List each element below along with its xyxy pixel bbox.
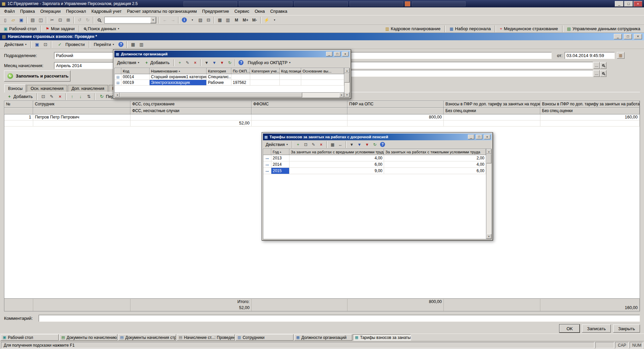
lookup-button[interactable] bbox=[600, 70, 606, 77]
background-window-button[interactable] bbox=[350, 1, 403, 6]
table-row-line2[interactable]: 52,00 bbox=[4, 120, 640, 127]
cell-category[interactable]: Рабочие bbox=[207, 80, 231, 86]
background-window-button[interactable] bbox=[412, 1, 466, 6]
menu-service[interactable]: Сервис bbox=[232, 7, 252, 15]
chevron-down-icon[interactable]: ▾ bbox=[150, 17, 156, 23]
cell-empty[interactable] bbox=[347, 120, 444, 127]
cell-employee[interactable]: Петров Петр Петрович bbox=[33, 114, 130, 120]
cell-fss[interactable] bbox=[130, 114, 252, 120]
list-item-selected[interactable]: ⊶ 2015 9,00 6,00 bbox=[263, 168, 486, 174]
column-header-employee[interactable]: Сотрудник bbox=[33, 101, 130, 108]
column-header-dop1[interactable]: Взносы в ПФР по доп. тарифу за занятых н… bbox=[444, 101, 540, 108]
taskbar-tariffs[interactable]: ▦ Тарифы взносов за занаты... bbox=[353, 334, 411, 341]
close-button[interactable]: × bbox=[342, 52, 348, 56]
scrollbar-thumb[interactable] bbox=[344, 73, 350, 83]
delete-row-icon[interactable]: × bbox=[56, 93, 64, 100]
hr-planning-button[interactable]: ▥ Кадровое планирование bbox=[383, 26, 443, 32]
memory-plus-button[interactable]: M+ bbox=[241, 16, 250, 24]
taskbar-accrual-documents[interactable]: ▤ Документы по начислению ... bbox=[59, 334, 117, 341]
actions-button[interactable]: Действия ▾ bbox=[263, 141, 290, 148]
tip-dropdown-icon[interactable]: ▾ bbox=[271, 16, 278, 24]
taskbar-employees[interactable]: ▥ Сотрудники bbox=[235, 334, 293, 341]
forward-icon[interactable]: → bbox=[169, 16, 177, 24]
menu-personnel[interactable]: Персонал bbox=[63, 7, 89, 15]
column-header-number[interactable]: № bbox=[4, 101, 33, 108]
add-row-button[interactable]: + Добавить bbox=[5, 92, 35, 101]
column-header-accounting-category[interactable]: Категория уче... bbox=[250, 68, 280, 74]
horizontal-scrollbar[interactable]: ◂ ▸ bbox=[115, 92, 344, 97]
menu-file[interactable]: Файл bbox=[1, 7, 17, 15]
menu-enterprise[interactable]: Предприятие bbox=[200, 7, 232, 15]
scroll-down-icon[interactable]: ▾ bbox=[344, 92, 350, 97]
minimize-button[interactable]: _ bbox=[326, 52, 332, 56]
column-header-ffoms[interactable]: ФФОМС bbox=[252, 101, 347, 108]
cell-okp[interactable] bbox=[231, 74, 250, 80]
minimize-button[interactable]: _ bbox=[468, 135, 474, 139]
column-header-heavy[interactable]: За занятых на работах с тяжелыми условия… bbox=[384, 149, 486, 155]
copy-row-icon[interactable]: ⊡ bbox=[39, 93, 47, 100]
list-item-selected[interactable]: ▤ 00019 Электрогазосварщик Рабочие 19756… bbox=[115, 80, 344, 86]
background-window-icon[interactable] bbox=[405, 1, 410, 6]
move-down-icon[interactable]: ↓ bbox=[76, 93, 84, 100]
column-header-dop2-sub[interactable]: Без спец.оценки bbox=[540, 108, 640, 114]
cell-harmful[interactable]: 4,00 bbox=[289, 155, 384, 161]
ellipsis-button[interactable]: … bbox=[593, 62, 600, 69]
copy-icon[interactable]: ⊡ bbox=[42, 41, 49, 48]
edit-row-icon[interactable]: ✎ bbox=[48, 93, 55, 100]
positions-window-titlebar[interactable]: ▦ Должности организаций _ □ × bbox=[114, 51, 350, 57]
vertical-scrollbar[interactable]: ▴ ▾ bbox=[344, 68, 350, 97]
cell-dop2[interactable]: 160,00 bbox=[540, 114, 640, 120]
list-item[interactable]: ▤ 00014 Старший охранник1 категории Спец… bbox=[115, 74, 344, 80]
grid-view-icon[interactable]: ▦ bbox=[329, 141, 336, 148]
column-header-basis[interactable]: Основание вы... bbox=[301, 68, 344, 74]
move-up-icon[interactable]: ↑ bbox=[68, 93, 76, 100]
menu-operations[interactable]: Операции bbox=[38, 7, 63, 15]
tip-icon[interactable]: ⚡ bbox=[263, 16, 270, 24]
help-icon[interactable]: ? bbox=[237, 59, 245, 66]
print-icon[interactable]: ▤ bbox=[29, 16, 37, 24]
doc-minimize-button[interactable]: _ bbox=[614, 34, 622, 39]
cell-basis[interactable] bbox=[301, 80, 344, 86]
cell-code[interactable]: 00014 bbox=[121, 74, 150, 80]
toolbar-combobox[interactable]: ▾ bbox=[104, 17, 156, 23]
maximize-button[interactable]: □ bbox=[334, 52, 340, 56]
cell-category[interactable]: Специалис... bbox=[207, 74, 231, 80]
column-header-pfr[interactable]: ПФР на ОПС bbox=[347, 101, 444, 108]
list-item[interactable]: ⊶ 2014 6,00 4,00 bbox=[263, 161, 486, 168]
cell-empty[interactable] bbox=[33, 120, 130, 127]
scroll-left-icon[interactable]: ◂ bbox=[115, 93, 120, 97]
memory-button[interactable]: M bbox=[232, 16, 241, 24]
medical-insurance-button[interactable]: + Медицинское страхование bbox=[497, 26, 560, 32]
scroll-right-icon[interactable]: ▸ bbox=[339, 93, 344, 97]
lookup-button[interactable] bbox=[600, 62, 606, 69]
edit-icon[interactable]: ✎ bbox=[184, 59, 191, 66]
cell-empty[interactable] bbox=[444, 120, 540, 127]
close-button[interactable]: × bbox=[484, 135, 490, 139]
menu-windows[interactable]: Окна bbox=[252, 7, 267, 15]
background-window-button[interactable] bbox=[294, 1, 348, 6]
taskbar-desktop[interactable]: ▣ Рабочий стол bbox=[1, 334, 59, 341]
background-window-button[interactable] bbox=[183, 1, 237, 6]
cell-year[interactable]: 2014 bbox=[271, 161, 289, 168]
list-item[interactable]: ⊶ 2013 4,00 2,00 bbox=[263, 155, 486, 161]
column-header-okp[interactable]: По ОКП... bbox=[231, 68, 250, 74]
calendar-icon[interactable]: ▧ bbox=[197, 16, 204, 24]
sort-icon[interactable]: ⇅ bbox=[85, 93, 93, 100]
column-header-fss-accidents[interactable]: ФСС, несчастные случаи bbox=[130, 108, 252, 114]
filter-by-value-icon[interactable]: ▼ bbox=[211, 59, 218, 66]
cell-name-selected[interactable]: Электрогазосварщик bbox=[150, 80, 207, 86]
post-document-button[interactable]: ✓ Провести bbox=[54, 40, 87, 49]
maximize-button[interactable]: □ bbox=[624, 1, 633, 7]
data-search-button[interactable]: Поиск данных ▾ bbox=[82, 26, 122, 32]
redo-icon[interactable]: ↻ bbox=[84, 16, 92, 24]
pick-from-okpdtr-button[interactable]: Подбор из ОКПДТР ▾ bbox=[245, 59, 293, 66]
calculator-icon[interactable]: ⊟ bbox=[205, 16, 212, 24]
scroll-down-icon[interactable]: ▾ bbox=[486, 234, 491, 239]
disable-filter-icon[interactable]: ▼ bbox=[218, 59, 225, 66]
scrollbar-track[interactable] bbox=[344, 83, 350, 92]
help-icon[interactable]: ? bbox=[117, 41, 125, 48]
tab-main-accruals[interactable]: Осн. начисления bbox=[27, 85, 67, 92]
back-icon[interactable]: ← bbox=[161, 16, 169, 24]
column-header-code[interactable]: Код bbox=[121, 68, 150, 74]
taskbar-insurance-documents[interactable]: ▤ Документы начисления стр... bbox=[118, 334, 176, 341]
